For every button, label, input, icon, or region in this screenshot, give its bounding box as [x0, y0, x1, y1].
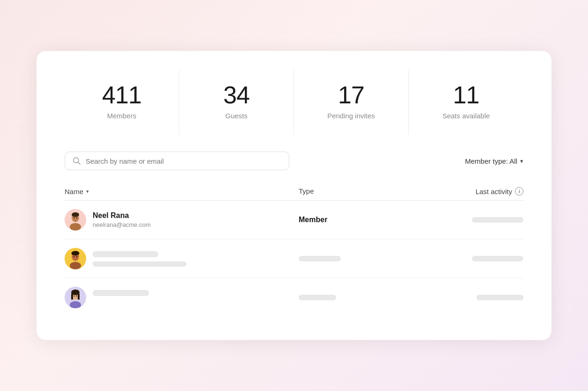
stats-row: 411 Members 34 Guests 17 Pending invites… [65, 70, 523, 135]
members-label: Members [74, 112, 169, 120]
email-skeleton [93, 261, 186, 267]
seats-label: Seats available [418, 112, 514, 120]
column-type: Type [299, 187, 402, 196]
avatar [65, 248, 86, 269]
activity-skeleton [477, 295, 523, 300]
svg-point-13 [76, 256, 77, 258]
activity-skeleton [472, 217, 523, 223]
type-skeleton [299, 256, 341, 261]
member-type-label: Member type: All [465, 157, 517, 165]
stat-guests: 34 Guests [179, 70, 294, 135]
table-row: Neel Rana neelrana@acme.com Member [65, 201, 523, 239]
svg-point-7 [76, 217, 77, 219]
svg-point-11 [72, 251, 80, 256]
type-skeleton [299, 295, 336, 300]
user-info [93, 251, 186, 267]
pending-label: Pending invites [303, 112, 399, 120]
svg-point-21 [76, 296, 77, 297]
stat-seats: 11 Seats available [409, 70, 523, 135]
stat-members: 411 Members [65, 70, 179, 135]
user-info [93, 290, 149, 305]
user-cell [65, 248, 299, 269]
user-cell: Neel Rana neelrana@acme.com [65, 209, 299, 231]
activity-cell [402, 217, 523, 223]
table-row [65, 278, 523, 317]
user-cell [65, 287, 299, 308]
activity-skeleton [472, 256, 523, 261]
svg-point-12 [74, 256, 74, 258]
info-icon[interactable]: i [515, 187, 523, 196]
svg-rect-17 [71, 293, 73, 300]
member-type: Member [299, 216, 402, 224]
chevron-down-icon: ▾ [520, 158, 523, 165]
svg-point-6 [74, 217, 74, 219]
search-filter-row: Member type: All ▾ [65, 152, 523, 170]
name-skeleton [93, 290, 149, 296]
svg-point-20 [74, 296, 74, 297]
svg-rect-18 [78, 293, 80, 300]
user-email: neelrana@acme.com [93, 221, 151, 228]
guests-count: 34 [189, 83, 284, 107]
member-type [299, 295, 402, 300]
activity-cell [402, 295, 523, 300]
avatar [65, 287, 86, 308]
svg-point-4 [70, 223, 81, 231]
sort-arrow-icon: ▾ [86, 188, 89, 195]
column-last-activity: Last activity i [402, 187, 523, 196]
search-box[interactable] [65, 152, 289, 170]
member-type-filter[interactable]: Member type: All ▾ [465, 157, 523, 165]
table-row [65, 239, 523, 278]
user-info: Neel Rana neelrana@acme.com [93, 211, 151, 228]
svg-point-5 [72, 212, 79, 217]
members-count: 411 [74, 83, 169, 107]
search-icon [73, 157, 81, 165]
svg-point-10 [70, 262, 81, 269]
user-name: Neel Rana [93, 211, 151, 220]
seats-count: 11 [418, 83, 514, 107]
member-type [299, 256, 402, 261]
guests-label: Guests [189, 112, 284, 120]
pending-count: 17 [303, 83, 399, 107]
svg-line-1 [78, 162, 80, 164]
stat-pending: 17 Pending invites [294, 70, 409, 135]
column-name[interactable]: Name ▾ [65, 187, 299, 196]
table-header: Name ▾ Type Last activity i [65, 183, 523, 201]
avatar [65, 209, 86, 231]
name-skeleton [93, 251, 158, 257]
main-card: 411 Members 34 Guests 17 Pending invites… [37, 51, 551, 340]
activity-cell [402, 256, 523, 261]
search-input[interactable] [86, 157, 281, 165]
